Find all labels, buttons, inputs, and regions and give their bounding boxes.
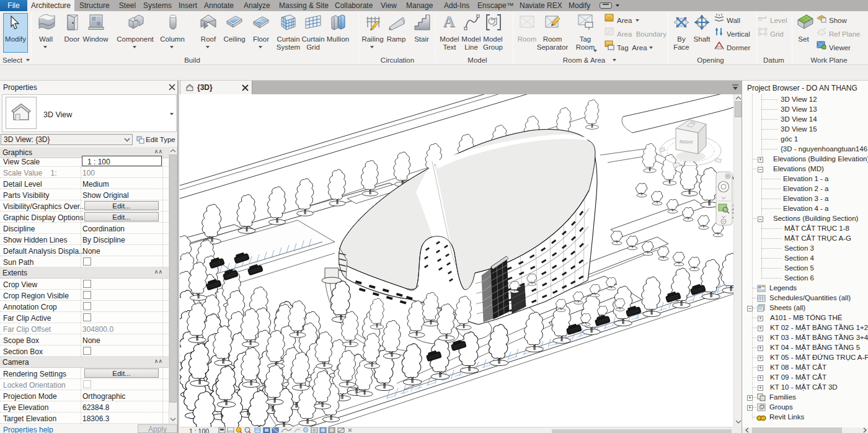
svg-text:RIGHT: RIGHT [680,140,694,145]
svg-text:A: A [443,12,455,30]
